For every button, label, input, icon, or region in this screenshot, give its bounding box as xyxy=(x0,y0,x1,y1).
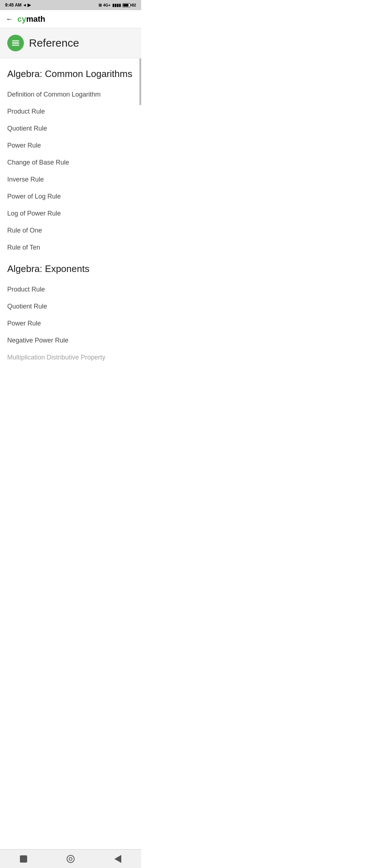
status-right: ⊞ 4G+ ▮▮▮▮ 82 xyxy=(98,3,136,8)
menu-item-exp-quotient-rule[interactable]: Quotient Rule xyxy=(7,298,134,315)
section-algebra-logarithms: Algebra: Common Logarithms Definition of… xyxy=(7,68,134,256)
menu-item-log-of-power[interactable]: Log of Power Rule xyxy=(7,205,134,222)
menu-item-rule-of-one[interactable]: Rule of One xyxy=(7,222,134,239)
menu-item-power-rule[interactable]: Power Rule xyxy=(7,137,134,154)
network-type: 4G+ xyxy=(103,3,111,7)
menu-item-rule-of-ten[interactable]: Rule of Ten xyxy=(7,239,134,256)
menu-item-inverse-rule[interactable]: Inverse Rule xyxy=(7,171,134,188)
app-logo: cymath xyxy=(17,14,45,24)
menu-item-product-rule[interactable]: Product Rule xyxy=(7,103,134,120)
menu-item-quotient-rule[interactable]: Quotient Rule xyxy=(7,120,134,137)
svg-rect-2 xyxy=(12,43,19,44)
page-header: Reference xyxy=(0,28,141,58)
logo-cy: cy xyxy=(17,14,26,24)
svg-rect-0 xyxy=(12,40,19,41)
signal-bars: ▮▮▮▮ xyxy=(112,3,121,8)
section-title-exponents: Algebra: Exponents xyxy=(7,263,134,275)
time-display: 9:45 AM xyxy=(5,3,22,8)
location-icon: ◂ xyxy=(24,3,26,8)
status-bar: 9:45 AM ◂ ▶ ⊞ 4G+ ▮▮▮▮ 82 xyxy=(0,0,141,10)
network-icon: ⊞ xyxy=(98,3,102,8)
svg-rect-1 xyxy=(12,42,19,43)
back-button[interactable]: ← xyxy=(6,15,13,23)
svg-rect-3 xyxy=(12,45,19,46)
menu-item-exp-product-rule[interactable]: Product Rule xyxy=(7,281,134,298)
media-icon: ▶ xyxy=(28,3,31,8)
page-title: Reference xyxy=(29,37,79,49)
content-area: Algebra: Common Logarithms Definition of… xyxy=(0,58,141,388)
menu-item-power-of-log[interactable]: Power of Log Rule xyxy=(7,188,134,205)
menu-item-exp-power-rule[interactable]: Power Rule xyxy=(7,315,134,332)
battery-icon xyxy=(122,3,130,7)
battery-percent: 82 xyxy=(132,3,136,7)
top-nav: ← cymath xyxy=(0,10,141,28)
menu-item-definition[interactable]: Definition of Common Logarithm xyxy=(7,86,134,103)
section-algebra-exponents: Algebra: Exponents Product Rule Quotient… xyxy=(7,263,134,366)
status-left: 9:45 AM ◂ ▶ xyxy=(5,3,31,8)
logo-math: math xyxy=(26,14,45,24)
menu-item-exp-multiplication-dist[interactable]: Multiplication Distributive Property xyxy=(7,349,134,366)
section-title-logarithms: Algebra: Common Logarithms xyxy=(7,68,134,80)
menu-item-change-of-base[interactable]: Change of Base Rule xyxy=(7,154,134,171)
menu-item-exp-negative-power[interactable]: Negative Power Rule xyxy=(7,332,134,349)
list-icon xyxy=(11,38,20,48)
reference-icon xyxy=(7,35,24,51)
